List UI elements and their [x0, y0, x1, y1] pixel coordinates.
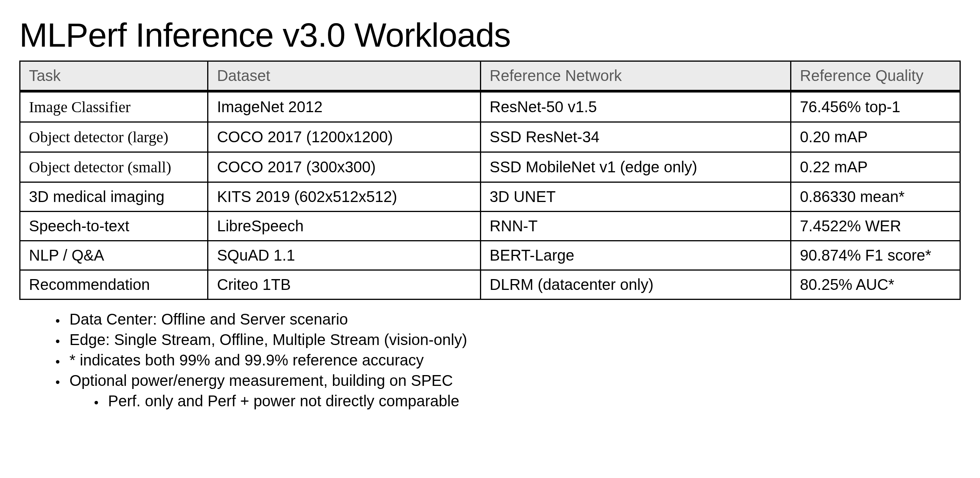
list-item: Edge: Single Stream, Offline, Multiple S…: [66, 331, 961, 348]
cell-dataset: Criteo 1TB: [208, 270, 481, 300]
header-quality: Reference Quality: [791, 61, 960, 91]
cell-quality: 0.86330 mean*: [791, 182, 960, 212]
note-text: Optional power/energy measurement, build…: [69, 372, 453, 389]
cell-task: 3D medical imaging: [20, 182, 208, 212]
cell-dataset: LibreSpeech: [208, 212, 481, 241]
header-network: Reference Network: [481, 61, 791, 91]
cell-network: DLRM (datacenter only): [481, 270, 791, 300]
cell-task: Speech-to-text: [20, 212, 208, 241]
cell-network: 3D UNET: [481, 182, 791, 212]
table-row: Speech-to-text LibreSpeech RNN-T 7.4522%…: [20, 212, 960, 241]
table-row: NLP / Q&A SQuAD 1.1 BERT-Large 90.874% F…: [20, 241, 960, 270]
cell-network: BERT-Large: [481, 241, 791, 270]
cell-quality: 0.20 mAP: [791, 122, 960, 152]
table-row: Image Classifier ImageNet 2012 ResNet-50…: [20, 91, 960, 122]
cell-dataset: COCO 2017 (1200x1200): [208, 122, 481, 152]
table-row: Recommendation Criteo 1TB DLRM (datacent…: [20, 270, 960, 300]
cell-quality: 80.25% AUC*: [791, 270, 960, 300]
cell-network: SSD MobileNet v1 (edge only): [481, 152, 791, 182]
cell-network: RNN-T: [481, 212, 791, 241]
table-row: Object detector (small) COCO 2017 (300x3…: [20, 152, 960, 182]
table-row: 3D medical imaging KITS 2019 (602x512x51…: [20, 182, 960, 212]
table-header-row: Task Dataset Reference Network Reference…: [20, 61, 960, 91]
cell-quality: 90.874% F1 score*: [791, 241, 960, 270]
list-item: Optional power/energy measurement, build…: [66, 372, 961, 410]
header-task: Task: [20, 61, 208, 91]
header-dataset: Dataset: [208, 61, 481, 91]
cell-network: ResNet-50 v1.5: [481, 91, 791, 122]
workloads-table: Task Dataset Reference Network Reference…: [19, 61, 961, 300]
cell-dataset: COCO 2017 (300x300): [208, 152, 481, 182]
cell-dataset: KITS 2019 (602x512x512): [208, 182, 481, 212]
table-row: Object detector (large) COCO 2017 (1200x…: [20, 122, 960, 152]
cell-quality: 76.456% top-1: [791, 91, 960, 122]
cell-dataset: ImageNet 2012: [208, 91, 481, 122]
cell-task: Image Classifier: [20, 91, 208, 122]
cell-task: NLP / Q&A: [20, 241, 208, 270]
list-item: * indicates both 99% and 99.9% reference…: [66, 352, 961, 369]
cell-task: Object detector (large): [20, 122, 208, 152]
list-item: Data Center: Offline and Server scenario: [66, 311, 961, 328]
notes-list: Data Center: Offline and Server scenario…: [66, 311, 961, 410]
cell-dataset: SQuAD 1.1: [208, 241, 481, 270]
cell-task: Recommendation: [20, 270, 208, 300]
cell-task: Object detector (small): [20, 152, 208, 182]
cell-network: SSD ResNet-34: [481, 122, 791, 152]
cell-quality: 7.4522% WER: [791, 212, 960, 241]
sub-notes-list: Perf. only and Perf + power not directly…: [104, 392, 961, 410]
list-item: Perf. only and Perf + power not directly…: [104, 392, 961, 410]
page-title: MLPerf Inference v3.0 Workloads: [19, 15, 961, 55]
cell-quality: 0.22 mAP: [791, 152, 960, 182]
